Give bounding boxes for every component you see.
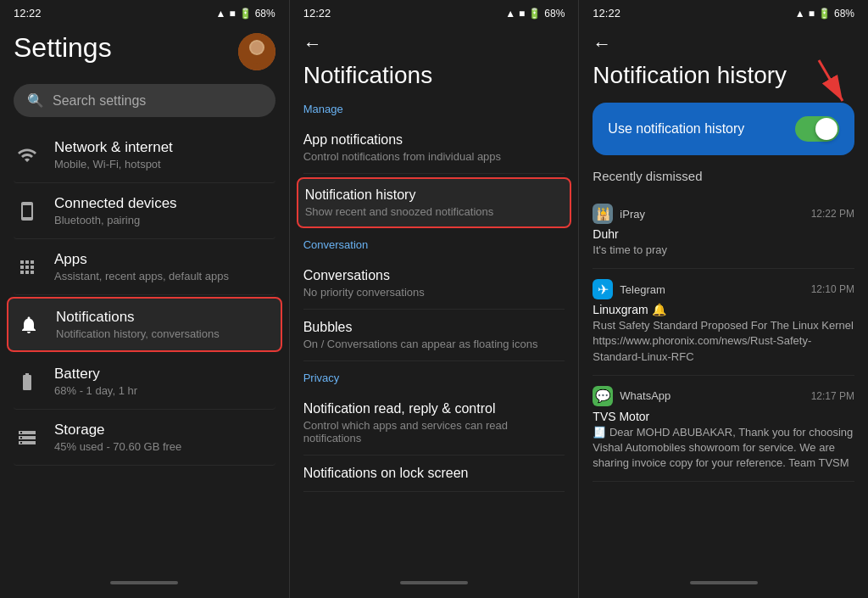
battery-item-text: Battery 68% - 1 day, 1 hr	[54, 366, 275, 397]
nav-indicator-3	[690, 581, 758, 584]
telegram-title: Linuxgram 🔔	[593, 303, 854, 316]
panel-settings: 12:22 ▲ ■ 🔋 68% Settings 🔍 Search settin…	[0, 0, 290, 598]
conversations-title: Conversations	[303, 268, 565, 283]
battery-title: Battery	[54, 366, 275, 383]
conversations-item[interactable]: Conversations No priority conversations	[303, 258, 565, 310]
network-subtitle: Mobile, Wi-Fi, hotspot	[54, 158, 275, 170]
search-icon: 🔍	[27, 92, 44, 109]
storage-item-text: Storage 45% used - 70.60 GB free	[54, 422, 275, 453]
back-arrow-3[interactable]: ←	[593, 23, 854, 62]
notif-read-item[interactable]: Notification read, reply & control Contr…	[303, 391, 565, 455]
panel-notifications: 12:22 ▲ ■ 🔋 68% ← Notifications Manage A…	[290, 0, 580, 598]
search-placeholder: Search settings	[53, 93, 146, 109]
whatsapp-notification: 💬 WhatsApp 12:17 PM TVS Motor 🧾 Dear MOH…	[593, 376, 854, 483]
battery-pct-1: 68%	[255, 8, 275, 20]
svg-point-2	[251, 42, 263, 53]
ipray-title: Duhr	[593, 227, 854, 241]
network-item-text: Network & internet Mobile, Wi-Fi, hotspo…	[54, 139, 275, 170]
settings-item-battery[interactable]: Battery 68% - 1 day, 1 hr	[14, 354, 275, 410]
telegram-app-row: ✈ Telegram	[593, 279, 665, 299]
app-notifications-item[interactable]: App notifications Control notifications …	[303, 122, 565, 174]
ipray-app-row: 🕌 iPray	[593, 204, 645, 224]
app-notif-sub: Control notifications from individual ap…	[303, 150, 565, 163]
ipray-icon: 🕌	[593, 204, 613, 224]
privacy-label: Privacy	[303, 372, 565, 384]
status-bar-1: 12:22 ▲ ■ 🔋 68%	[0, 0, 289, 23]
settings-item-storage[interactable]: Storage 45% used - 70.60 GB free	[14, 410, 275, 466]
nav-indicator-2	[400, 581, 468, 584]
apps-subtitle: Assistant, recent apps, default apps	[54, 270, 275, 282]
whatsapp-icon: 💬	[593, 386, 613, 406]
telegram-time: 12:10 PM	[811, 283, 854, 295]
battery-icon-1: 🔋	[239, 8, 252, 20]
use-notification-history-toggle-row[interactable]: Use notification history	[593, 103, 854, 155]
toggle-label: Use notification history	[608, 121, 744, 137]
whatsapp-time: 12:17 PM	[811, 390, 854, 402]
telegram-header: ✈ Telegram 12:10 PM	[593, 279, 854, 299]
status-icons-3: ▲ ■ 🔋 68%	[795, 8, 854, 20]
settings-item-notifications[interactable]: Notifications Notification history, conv…	[7, 297, 282, 352]
wifi-icon-2: ■	[519, 8, 525, 20]
settings-item-connected[interactable]: Connected devices Bluetooth, pairing	[14, 183, 275, 239]
time-2: 12:22	[303, 7, 331, 20]
history-content: ← Notification history Use notification …	[579, 23, 868, 574]
ipray-body: It's time to pray	[593, 243, 854, 258]
wifi-icon-3: ■	[809, 8, 815, 20]
status-icons-1: ▲ ■ 🔋 68%	[216, 8, 275, 20]
connected-subtitle: Bluetooth, pairing	[54, 214, 275, 226]
battery-pct-2: 68%	[544, 8, 565, 20]
notif-history-sub: Show recent and snoozed notifications	[305, 205, 564, 218]
settings-content: Settings 🔍 Search settings Network	[0, 23, 289, 574]
status-icons-2: ▲ ■ 🔋 68%	[505, 8, 565, 20]
time-3: 12:22	[593, 7, 620, 20]
notifications-subtitle: Notification history, conversations	[56, 327, 274, 340]
bubbles-title: Bubbles	[303, 320, 565, 335]
ipray-header: 🕌 iPray 12:22 PM	[593, 204, 854, 224]
apps-icon	[14, 254, 41, 281]
settings-header: Settings	[14, 23, 275, 77]
settings-item-network[interactable]: Network & internet Mobile, Wi-Fi, hotspo…	[14, 127, 275, 183]
wifi-icon-1: ■	[229, 8, 235, 20]
panel-notification-history: 12:22 ▲ ■ 🔋 68% ← Notification history U…	[579, 0, 868, 598]
manage-label: Manage	[303, 103, 565, 115]
notifications-content: ← Notifications Manage App notifications…	[290, 23, 579, 574]
apps-item-text: Apps Assistant, recent apps, default app…	[54, 251, 275, 282]
storage-title: Storage	[54, 422, 275, 439]
search-bar[interactable]: 🔍 Search settings	[14, 84, 275, 117]
bubbles-item[interactable]: Bubbles On / Conversations can appear as…	[303, 310, 565, 361]
telegram-app-name: Telegram	[620, 283, 665, 296]
notif-read-title: Notification read, reply & control	[303, 401, 565, 416]
signal-icon-3: ▲	[795, 8, 805, 20]
settings-title: Settings	[14, 33, 112, 63]
bubbles-sub: On / Conversations can appear as floatin…	[303, 338, 565, 350]
toggle-section: Use notification history	[593, 103, 854, 155]
recently-dismissed-label: Recently dismissed	[593, 169, 854, 183]
battery-icon-2: 🔋	[528, 8, 541, 20]
user-avatar[interactable]	[238, 33, 275, 70]
ipray-notification: 🕌 iPray 12:22 PM Duhr It's time to pray	[593, 193, 854, 269]
notifications-panel-title: Notifications	[303, 62, 565, 89]
whatsapp-app-row: 💬 WhatsApp	[593, 386, 670, 406]
storage-subtitle: 45% used - 70.60 GB free	[54, 440, 275, 453]
notif-history-title: Notification history	[305, 187, 564, 203]
history-panel-title: Notification history	[593, 62, 854, 89]
battery-icon-3: 🔋	[818, 8, 831, 20]
whatsapp-body: 🧾 Dear MOHD ABUBAKAR, Thank you for choo…	[593, 425, 854, 472]
notifications-title: Notifications	[56, 309, 274, 326]
bell-icon	[15, 311, 42, 338]
notif-read-sub: Control which apps and services can read…	[303, 419, 565, 444]
settings-item-apps[interactable]: Apps Assistant, recent apps, default app…	[14, 239, 275, 295]
notification-history-item[interactable]: Notification history Show recent and sno…	[297, 177, 572, 228]
bottom-bar-2	[290, 574, 579, 598]
status-bar-2: 12:22 ▲ ■ 🔋 68%	[290, 0, 579, 23]
toggle-switch[interactable]	[795, 116, 839, 142]
back-arrow-2[interactable]: ←	[303, 23, 565, 62]
wifi-icon	[14, 142, 41, 169]
notifications-item-text: Notifications Notification history, conv…	[56, 309, 274, 340]
connected-item-text: Connected devices Bluetooth, pairing	[54, 195, 275, 226]
time-1: 12:22	[14, 7, 42, 20]
telegram-icon: ✈	[593, 279, 613, 299]
signal-icon-2: ▲	[505, 8, 515, 20]
notif-lock-item[interactable]: Notifications on lock screen	[303, 455, 565, 492]
battery-pct-3: 68%	[834, 8, 854, 20]
